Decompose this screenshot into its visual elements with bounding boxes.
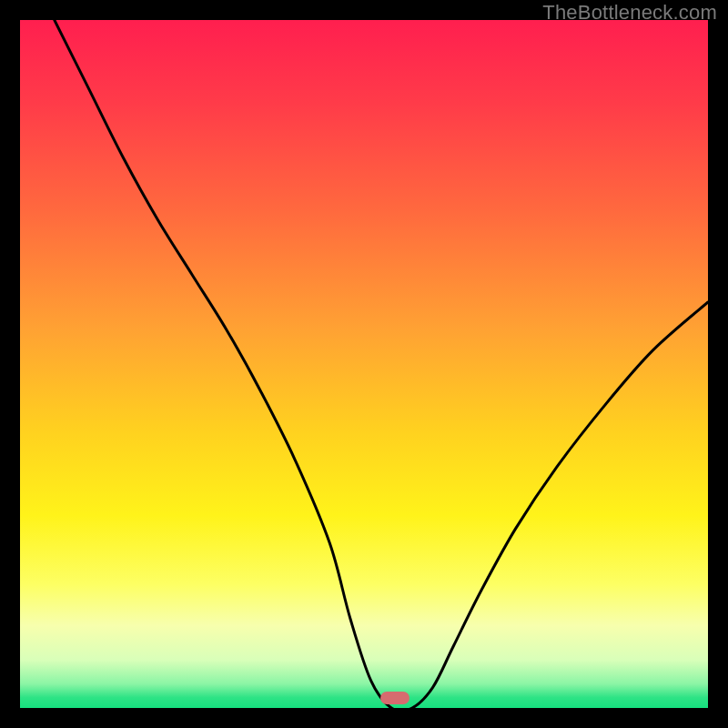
watermark-text: TheBottleneck.com [542,1,717,25]
optimum-marker [380,692,410,704]
chart-frame: TheBottleneck.com [0,0,728,728]
bottleneck-curve [20,20,708,708]
plot-area [20,20,708,708]
